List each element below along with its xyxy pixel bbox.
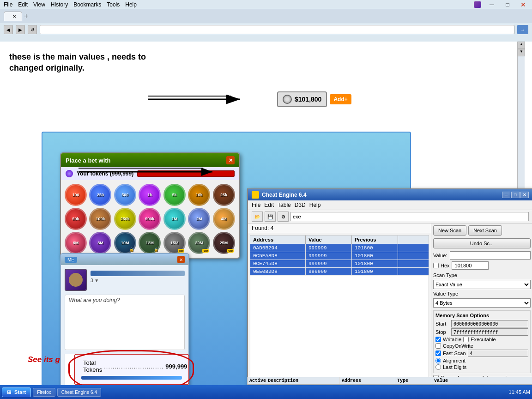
cell-value: 999999 bbox=[306, 244, 352, 252]
token-purple-icon bbox=[66, 170, 73, 177]
alignment-radio[interactable] bbox=[435, 358, 441, 363]
chat-avatar-row: 3 ▼ bbox=[61, 265, 188, 295]
hex-value: 101800 bbox=[452, 261, 489, 270]
start-button[interactable]: ⊞ Start bbox=[2, 387, 31, 397]
start-icon: ⊞ bbox=[7, 389, 11, 395]
fastscan-row: Fast Scan bbox=[435, 350, 528, 357]
value-input[interactable] bbox=[450, 251, 531, 260]
table-row[interactable]: 0EE0B2D8 999999 101800 bbox=[250, 268, 429, 276]
chat-status-text: 3 ▼ bbox=[91, 278, 185, 283]
table-row[interactable]: 0CE745D8 999999 101800 bbox=[250, 260, 429, 268]
ce-menu-help[interactable]: Help bbox=[309, 202, 321, 208]
ce-process-text: exe bbox=[293, 214, 301, 219]
chip-2m[interactable]: 2M bbox=[188, 208, 210, 230]
next-scan-button[interactable]: Next Scan bbox=[468, 225, 502, 236]
undo-scan-button[interactable]: Undo Sc... bbox=[433, 238, 531, 248]
ce-menu-d3d[interactable]: D3D bbox=[295, 202, 306, 208]
cell-address: 0CE745D8 bbox=[250, 260, 306, 267]
menu-bookmarks[interactable]: Bookmarks bbox=[73, 1, 101, 8]
minimize-btn[interactable]: ─ bbox=[487, 1, 497, 8]
stop-input[interactable] bbox=[451, 328, 528, 336]
address-input[interactable] bbox=[40, 25, 514, 34]
tab-close-icon[interactable]: ✕ bbox=[12, 14, 16, 19]
chip-10m[interactable]: 10M🔒 bbox=[114, 232, 136, 254]
chat-close-button[interactable]: ✕ bbox=[177, 256, 185, 263]
add-tokens-button[interactable]: Add+ bbox=[330, 94, 351, 104]
chip-5k[interactable]: 5k bbox=[163, 184, 186, 206]
lastdigits-radio[interactable] bbox=[435, 364, 441, 370]
chip-50k[interactable]: 50k bbox=[65, 208, 87, 230]
forward-button[interactable]: ▶ bbox=[16, 25, 25, 34]
chip-500[interactable]: 500 bbox=[114, 184, 136, 206]
menu-edit[interactable]: Edit bbox=[18, 1, 28, 8]
maximize-btn[interactable]: □ bbox=[502, 1, 513, 8]
menu-history[interactable]: History bbox=[51, 1, 68, 8]
table-row[interactable]: 0AD6B294 999999 101800 bbox=[250, 244, 429, 252]
browser-tab[interactable]: ✕ bbox=[4, 12, 22, 21]
col-value: Value bbox=[432, 377, 469, 384]
scan-type-select[interactable]: Exact Value bbox=[433, 280, 531, 289]
chat-avatar bbox=[65, 269, 87, 291]
chip-6m[interactable]: 6M bbox=[65, 232, 87, 254]
bet-dialog-close-button[interactable]: ✕ bbox=[226, 156, 235, 164]
copyonwrite-checkbox[interactable] bbox=[435, 343, 441, 349]
fastscan-checkbox[interactable] bbox=[435, 351, 441, 356]
ce-menu-edit[interactable]: Edit bbox=[264, 202, 274, 208]
chip-1m[interactable]: 1M bbox=[163, 208, 186, 230]
ce-settings-btn[interactable]: ⚙ bbox=[278, 212, 289, 222]
taskbar-browser-item[interactable]: Firefox bbox=[33, 388, 55, 397]
hex-checkbox[interactable] bbox=[433, 263, 439, 268]
ce-menu-table[interactable]: Table bbox=[278, 202, 291, 208]
ce-save-btn[interactable]: 💾 bbox=[265, 212, 276, 222]
ce-scan-buttons: New Scan Next Scan bbox=[433, 225, 531, 236]
chip-100[interactable]: 100 bbox=[65, 184, 87, 206]
ce-maximize-btn[interactable]: □ bbox=[511, 192, 520, 198]
chip-15m[interactable]: 15MVIP bbox=[163, 232, 186, 254]
chip-250[interactable]: 250 bbox=[89, 184, 111, 206]
col-active: Active bbox=[248, 377, 266, 384]
chip-4m[interactable]: 4M bbox=[213, 208, 235, 230]
lastdigits-row: Last Digits bbox=[435, 364, 528, 370]
writable-checkbox[interactable] bbox=[435, 337, 441, 342]
chip-25k[interactable]: 25k bbox=[213, 184, 235, 206]
ce-right-panel: New Scan Next Scan Undo Sc... Value: Hex… bbox=[431, 224, 532, 390]
start-row: Start bbox=[435, 320, 528, 327]
tokens-value: 999,999 bbox=[165, 363, 187, 370]
chip-250k[interactable]: 250k bbox=[114, 208, 136, 230]
ce-open-btn[interactable]: 📂 bbox=[252, 212, 263, 222]
token-progress-bar bbox=[137, 170, 235, 177]
menu-help[interactable]: Help bbox=[125, 1, 137, 8]
chip-1k[interactable]: 1k bbox=[139, 184, 161, 206]
new-scan-button[interactable]: New Scan bbox=[433, 225, 466, 236]
value-type-select[interactable]: 4 Bytes bbox=[433, 298, 531, 308]
start-input[interactable] bbox=[451, 320, 528, 327]
menu-view[interactable]: View bbox=[33, 1, 45, 8]
taskbar-ce-item[interactable]: Cheat Engine 6.4 bbox=[57, 388, 101, 397]
close-btn[interactable]: ✕ bbox=[518, 1, 528, 8]
chip-20m[interactable]: 20MVIP bbox=[188, 232, 210, 254]
scroll-up-button[interactable]: ▲ bbox=[518, 42, 525, 49]
refresh-button[interactable]: ↺ bbox=[28, 25, 37, 34]
chip-10k[interactable]: 10k bbox=[188, 184, 210, 206]
menu-file[interactable]: File bbox=[4, 1, 12, 8]
ce-menu-file[interactable]: File bbox=[252, 202, 260, 208]
go-button[interactable]: → bbox=[517, 25, 528, 34]
chip-100k[interactable]: 100k bbox=[89, 208, 111, 230]
back-button[interactable]: ◀ bbox=[4, 25, 13, 34]
new-tab-button[interactable]: + bbox=[24, 12, 28, 20]
lock-icon: 🔒 bbox=[154, 248, 158, 252]
chip-8m[interactable]: 8M bbox=[89, 232, 111, 254]
cell-address: 0C5EA8D8 bbox=[250, 252, 306, 260]
menu-tools[interactable]: Tools bbox=[107, 1, 120, 8]
chip-12m[interactable]: 12M🔒 bbox=[139, 232, 161, 254]
scroll-down-button[interactable]: ▼ bbox=[518, 49, 525, 56]
content-area: these is the main values , needs to chan… bbox=[0, 42, 532, 390]
fastscan-value-input[interactable] bbox=[468, 350, 528, 357]
col-header-previous: Previous bbox=[352, 236, 398, 244]
ce-close-btn[interactable]: ✕ bbox=[520, 192, 529, 198]
ce-minimize-btn[interactable]: ─ bbox=[502, 192, 510, 198]
table-row[interactable]: 0C5EA8D8 999999 101800 bbox=[250, 252, 429, 260]
chip-500k[interactable]: 500k bbox=[139, 208, 161, 230]
chip-25m[interactable]: 25MVIP bbox=[213, 232, 235, 254]
executable-checkbox[interactable] bbox=[463, 337, 469, 342]
